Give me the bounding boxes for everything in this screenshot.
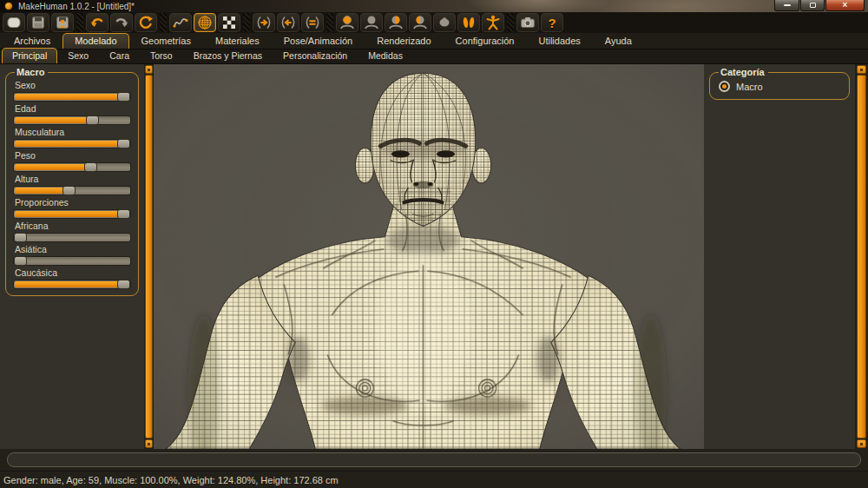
slider-handle[interactable] — [62, 186, 76, 195]
scroll-up-arrow-icon[interactable] — [857, 65, 866, 74]
rotate-face-left-button[interactable] — [277, 13, 299, 32]
left-view-button[interactable] — [409, 13, 431, 32]
subtab-principal[interactable]: Principal — [2, 48, 57, 63]
global-pose-button[interactable] — [482, 13, 504, 32]
new-file-button[interactable] — [3, 13, 25, 32]
bottom-view-icon — [460, 14, 477, 31]
face-front-icon — [304, 14, 321, 31]
slider-handle[interactable] — [14, 233, 27, 242]
smooth-toggle-button[interactable] — [169, 13, 192, 32]
subtab-cara[interactable]: Cara — [99, 48, 140, 63]
subtab-medidas[interactable]: Medidas — [358, 48, 413, 63]
slider-musculatura: Musculatura — [13, 127, 131, 148]
subtab-brazos-y-piernas[interactable]: Brazos y Piernas — [183, 48, 273, 63]
categoria-group-title: Categoría — [719, 67, 768, 77]
maximize-button[interactable] — [800, 0, 825, 11]
undo-icon — [89, 14, 106, 31]
slider-handle[interactable] — [117, 280, 130, 289]
undo-button[interactable] — [86, 13, 108, 32]
front-view-button[interactable] — [336, 13, 358, 32]
slider-sexo: Sexo — [13, 80, 131, 102]
tab-archivos[interactable]: Archivos — [2, 33, 62, 49]
subtab-torso[interactable]: Torso — [140, 48, 183, 63]
progress-row — [0, 449, 868, 471]
rotate-face-right-button[interactable] — [253, 13, 275, 32]
front-view-icon — [339, 14, 356, 31]
close-button[interactable]: × — [825, 0, 865, 11]
slider-handle[interactable] — [86, 115, 99, 125]
help-button[interactable]: ? — [541, 13, 563, 32]
scroll-down-arrow-icon[interactable] — [145, 439, 153, 448]
3d-viewport[interactable] — [154, 64, 704, 449]
model-status-text: Gender: male, Age: 59, Muscle: 100.00%, … — [0, 475, 339, 485]
slider-handle[interactable] — [117, 92, 130, 102]
rotate-face-left-icon — [279, 14, 297, 31]
makehuman-logo-icon — [4, 2, 13, 10]
status-bar: Gender: male, Age: 59, Muscle: 100.00%, … — [0, 471, 868, 488]
scrollbar-thumb[interactable] — [857, 75, 866, 439]
africana-slider[interactable] — [13, 233, 131, 242]
tab-renderizado[interactable]: Renderizado — [365, 33, 443, 49]
background-toggle-button[interactable] — [218, 13, 240, 32]
scrollbar-thumb[interactable] — [145, 75, 153, 439]
edad-slider[interactable] — [13, 115, 131, 125]
radio-selected-icon[interactable] — [719, 81, 730, 92]
reset-mesh-button[interactable] — [135, 13, 157, 32]
top-view-button[interactable] — [433, 13, 456, 32]
musculatura-slider[interactable] — [13, 139, 131, 148]
scroll-up-arrow-icon[interactable] — [145, 65, 153, 74]
right-view-icon — [387, 14, 404, 31]
tab-ayuda[interactable]: Ayuda — [593, 33, 644, 49]
subtab-sexo[interactable]: Sexo — [57, 48, 99, 63]
wireframe-toggle-button[interactable] — [194, 13, 216, 32]
face-front-button[interactable] — [301, 13, 324, 32]
toolbar-separator — [76, 13, 83, 32]
asiatica-slider[interactable] — [13, 256, 131, 266]
bottom-view-button[interactable] — [457, 13, 480, 32]
grab-screenshot-button[interactable] — [516, 13, 539, 32]
scroll-down-arrow-icon[interactable] — [857, 439, 866, 448]
tab-modelado[interactable]: Modelado — [62, 33, 128, 49]
left-panel: Macro Sexo Edad Musculatura Peso — [0, 64, 144, 449]
grab-screenshot-icon — [519, 14, 536, 31]
redo-button[interactable] — [110, 13, 133, 32]
maximize-icon — [810, 3, 816, 8]
close-icon: × — [843, 1, 848, 10]
top-view-icon — [436, 14, 453, 31]
tab-pose-animacion[interactable]: Pose/Animación — [272, 33, 365, 49]
back-view-icon — [363, 14, 380, 31]
tab-geometrias[interactable]: Geometrías — [129, 33, 203, 49]
toolbar-separator — [160, 13, 167, 32]
toolbar: ? — [0, 12, 868, 33]
altura-slider[interactable] — [13, 186, 131, 195]
load-file-icon — [54, 14, 71, 31]
toolbar-separator — [326, 13, 333, 32]
back-view-button[interactable] — [360, 13, 383, 32]
peso-slider[interactable] — [13, 162, 131, 172]
slider-handle[interactable] — [84, 162, 97, 172]
window-title: MakeHuman 1.0.2 - [Untitled]* — [18, 2, 135, 11]
right-panel-scrollbar[interactable] — [855, 64, 868, 449]
global-pose-icon — [484, 14, 502, 31]
categoria-groupbox: Categoría Macro — [709, 67, 850, 100]
category-option-macro[interactable]: Macro — [719, 81, 840, 92]
tab-configuracion[interactable]: Configuración — [444, 33, 527, 49]
slider-handle[interactable] — [117, 209, 130, 219]
slider-caucasica: Caucásica — [13, 267, 131, 289]
load-file-button[interactable] — [51, 13, 74, 32]
minimize-button[interactable] — [774, 0, 799, 11]
sub-tab-bar: Principal Sexo Cara Torso Brazos y Piern… — [0, 49, 868, 64]
tab-materiales[interactable]: Materiales — [203, 33, 272, 49]
slider-altura: Altura — [13, 174, 131, 195]
sexo-slider[interactable] — [13, 92, 131, 102]
caucasica-slider[interactable] — [13, 280, 131, 289]
tab-utilidades[interactable]: Utilidades — [526, 33, 592, 49]
slider-handle[interactable] — [117, 139, 130, 148]
save-file-button[interactable] — [27, 13, 49, 32]
subtab-personalizacion[interactable]: Personalización — [273, 48, 358, 63]
title-bar[interactable]: MakeHuman 1.0.2 - [Untitled]* × — [0, 0, 868, 12]
right-view-button[interactable] — [385, 13, 407, 32]
slider-handle[interactable] — [14, 256, 27, 266]
left-panel-scrollbar[interactable] — [144, 64, 154, 449]
proporciones-slider[interactable] — [13, 209, 131, 219]
